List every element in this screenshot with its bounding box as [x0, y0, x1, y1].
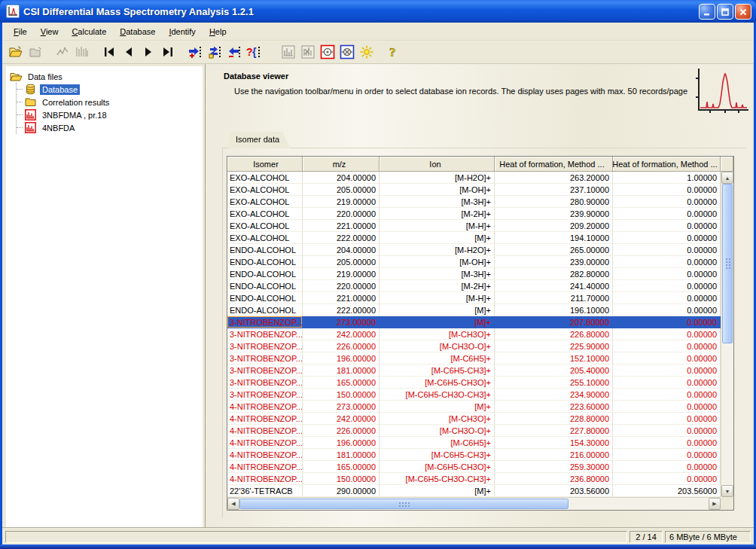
table-row[interactable]: ENDO-ALCOHOL204.00000[M-H2O]+265.000000.… — [227, 244, 721, 256]
menu-identify[interactable]: Identify — [162, 25, 202, 38]
table-row[interactable]: 4-NITROBENZOP...242.00000[M-CH3O]+228.80… — [227, 413, 721, 425]
tree-item-4nbfda[interactable]: 4NBFDA — [17, 121, 201, 134]
table-row[interactable]: EXO-ALCOHOL219.00000[M-3H]+280.900000.00… — [227, 196, 721, 208]
tree-item-correlation-results[interactable]: Correlation results — [17, 96, 201, 108]
table-cell: 4-NITROBENZOP... — [227, 413, 303, 425]
run-analysis-icon[interactable] — [358, 43, 376, 61]
table-cell: 226.80000 — [495, 328, 613, 340]
vertical-scrollbar[interactable]: ▲ ▼ — [721, 172, 733, 497]
table-cell: 226.00000 — [303, 340, 380, 352]
horizontal-scrollbar[interactable]: ◀ ▶ — [227, 497, 721, 510]
table-row[interactable]: EXO-ALCOHOL221.00000[M-H]+209.200000.000… — [227, 220, 721, 232]
column-header-heat-2[interactable]: Heat of formation, Method ... — [613, 157, 721, 172]
menu-database[interactable]: Database — [113, 25, 162, 38]
scroll-down-icon[interactable]: ▼ — [721, 485, 733, 497]
table-row[interactable]: 3-NITROBENZOP...226.00000[M-CH3O-O]+225.… — [227, 340, 721, 352]
table-cell: 290.00000 — [303, 485, 380, 497]
tab-isomer-data[interactable]: Isomer data — [228, 132, 290, 148]
column-header-ion[interactable]: Ion — [380, 157, 495, 172]
table-row[interactable]: ENDO-ALCOHOL220.00000[M-2H]+241.400000.0… — [227, 280, 721, 292]
table-cell: [M]+ — [380, 401, 495, 413]
table-row[interactable]: 4-NITROBENZOP...273.00000[M]+223.600000.… — [227, 401, 721, 413]
column-header-mz[interactable]: m/z — [303, 157, 380, 172]
horizontal-scroll-thumb[interactable] — [239, 499, 569, 509]
app-icon — [6, 5, 20, 18]
table-row[interactable]: ENDO-ALCOHOL222.00000[M]+196.100000.0000… — [227, 304, 721, 316]
table-cell: 220.00000 — [303, 280, 380, 292]
database-viewer-panel: Database viewer Use the navigation toolb… — [205, 64, 752, 527]
menu-help[interactable]: Help — [203, 25, 233, 38]
menu-file[interactable]: File — [7, 25, 34, 38]
table-cell: ENDO-ALCOHOL — [227, 280, 303, 292]
table-row[interactable]: 3-NITROBENZOP...242.00000[M-CH3O]+226.80… — [227, 328, 721, 340]
table-cell: 22'36'-TETRACB — [227, 485, 303, 497]
replace-record-icon[interactable] — [206, 43, 224, 61]
next-record-icon[interactable] — [139, 43, 157, 61]
first-record-icon[interactable] — [100, 43, 118, 61]
window-bottom-border — [0, 544, 756, 549]
tree-item-3nbfdma[interactable]: 3NBFDMA , pr.18 — [17, 108, 201, 121]
maximize-button[interactable] — [717, 4, 733, 20]
table-row[interactable]: 22'36'-TETRACB290.00000[M]+203.56000203.… — [227, 485, 721, 497]
help-icon[interactable]: ? — [385, 43, 403, 61]
table-row[interactable]: 4-NITROBENZOP...196.00000[M-C6H5]+154.30… — [227, 437, 721, 449]
open-file-icon[interactable] — [7, 43, 25, 61]
menu-calculate[interactable]: Calculate — [65, 25, 113, 38]
table-row[interactable]: 4-NITROBENZOP...181.00000[M-C6H5-CH3]+21… — [227, 449, 721, 461]
last-record-icon[interactable] — [159, 43, 177, 61]
title-bar[interactable]: CSI Differential Mass Spectrometry Analy… — [0, 0, 756, 23]
minimize-button[interactable] — [699, 4, 715, 20]
table-cell: 222.00000 — [303, 304, 380, 316]
table-row[interactable]: 4-NITROBENZOP...150.00000[M-C6H5-CH3O-CH… — [227, 473, 721, 485]
column-header-heat-1[interactable]: Heat of formation, Method ... — [495, 157, 613, 172]
table-cell: [M-C6H5-CH3O-CH3]+ — [380, 473, 495, 485]
tree-root-label: Data files — [26, 72, 65, 82]
table-cell: 255.10000 — [495, 377, 613, 389]
table-cell: ENDO-ALCOHOL — [227, 268, 303, 280]
tree-item-database[interactable]: Database — [17, 83, 201, 96]
remove-record-icon[interactable] — [225, 43, 243, 61]
scroll-right-icon[interactable]: ▶ — [709, 498, 721, 510]
table-row[interactable]: EXO-ALCOHOL204.00000[M-H2O]+263.200001.0… — [227, 172, 721, 184]
table-row[interactable]: ENDO-ALCOHOL205.00000[M-OH]+239.000000.0… — [227, 256, 721, 268]
tree-root-data-files[interactable]: Data files — [9, 70, 201, 83]
status-panel-main — [5, 531, 627, 543]
table-cell: 4-NITROBENZOP... — [227, 425, 303, 437]
close-button[interactable] — [735, 4, 751, 20]
table-cell: 265.00000 — [495, 244, 613, 256]
target-blue-box-icon[interactable] — [338, 43, 356, 61]
table-cell: 221.00000 — [303, 292, 380, 304]
table-cell: [M-H]+ — [380, 292, 495, 304]
isomer-table: Isomer m/z Ion Heat of formation, Method… — [227, 156, 734, 511]
table-cell: 219.00000 — [303, 268, 380, 280]
table-row[interactable]: 4-NITROBENZOP...226.00000[M-CH3O-O]+227.… — [227, 425, 721, 437]
table-cell: 0.00000 — [613, 256, 721, 268]
table-cell: 0.00000 — [613, 473, 721, 485]
target-red-box-icon[interactable] — [319, 43, 337, 61]
table-cell: [M-3H]+ — [380, 196, 495, 208]
table-row[interactable]: 3-NITROBENZOP...181.00000[M-C6H5-CH3]+20… — [227, 364, 721, 377]
table-row[interactable]: 3-NITROBENZOP...165.00000[M-C6H5-CH3O]+2… — [227, 377, 721, 389]
query-record-icon[interactable]: ?{ — [245, 43, 263, 61]
previous-record-icon[interactable] — [120, 43, 138, 61]
table-cell: 203.56000 — [613, 485, 721, 497]
table-cell: 211.70000 — [495, 292, 613, 304]
table-row[interactable]: 3-NITROBENZOP...196.00000[M-C6H5]+152.10… — [227, 352, 721, 364]
table-row[interactable]: EXO-ALCOHOL222.00000[M]+194.100000.00000 — [227, 232, 721, 244]
table-row[interactable]: 3-NITROBENZOP...150.00000[M-C6H5-CH3O-CH… — [227, 389, 721, 401]
scroll-up-icon[interactable]: ▲ — [721, 172, 733, 184]
table-row[interactable]: 4-NITROBENZOP...165.00000[M-C6H5-CH3O]+2… — [227, 461, 721, 473]
vertical-scroll-thumb[interactable] — [722, 184, 733, 343]
table-row[interactable]: EXO-ALCOHOL220.00000[M-2H]+239.900000.00… — [227, 208, 721, 220]
tree-item-label: 4NBFDA — [40, 123, 77, 133]
table-row[interactable]: ENDO-ALCOHOL219.00000[M-3H]+282.800000.0… — [227, 268, 721, 280]
table-row[interactable]: EXO-ALCOHOL205.00000[M-OH]+237.100000.00… — [227, 184, 721, 196]
table-cell: 263.20000 — [495, 172, 613, 184]
table-row[interactable]: ENDO-ALCOHOL221.00000[M-H]+211.700000.00… — [227, 292, 721, 304]
add-record-icon[interactable] — [186, 43, 204, 61]
table-row[interactable]: 3-NITROBENZOP...273.00000[M]+207.800000.… — [227, 316, 721, 328]
column-header-isomer[interactable]: Isomer — [227, 157, 303, 172]
scroll-left-icon[interactable]: ◀ — [227, 498, 239, 510]
menu-view[interactable]: View — [34, 25, 66, 38]
table-cell: 225.90000 — [495, 340, 613, 352]
